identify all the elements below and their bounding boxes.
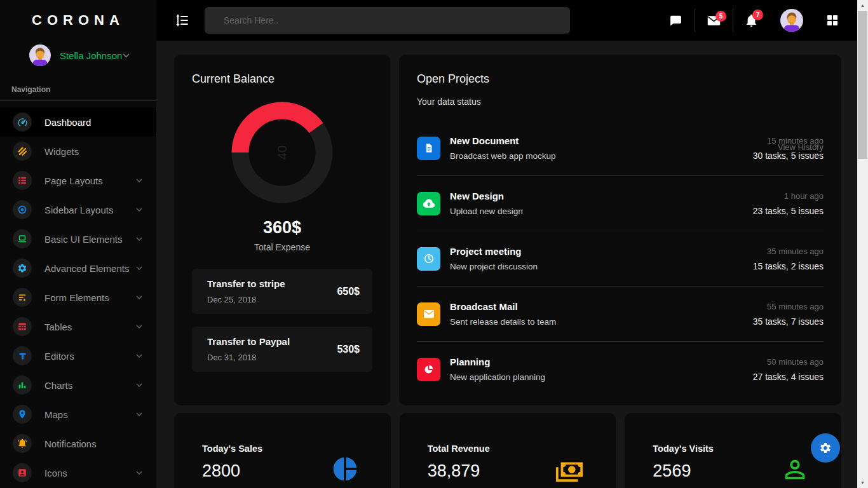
nav-section-label: Navigation (0, 75, 156, 100)
stat-label: Total Revenue (428, 444, 490, 454)
sidebar-item-label: Tables (44, 322, 136, 332)
sidebar-item-label: Charts (44, 380, 136, 391)
transfer-date: Dec 31, 2018 (207, 353, 290, 362)
sidebar-item-sidebar-layouts[interactable]: Sidebar Layouts (0, 195, 156, 224)
sidebar-item-notifications[interactable]: Notifications (0, 429, 156, 458)
stat-value: 38,879 (428, 461, 490, 481)
transfer-title: Transfer to Paypal (207, 336, 290, 347)
chevron-down-icon (136, 208, 142, 212)
current-balance-card: Current Balance 40 360$ Total Expense Tr… (174, 55, 390, 405)
text-icon (18, 351, 27, 361)
search-input[interactable] (215, 15, 560, 25)
stat-value: 2800 (202, 461, 262, 481)
account-box-icon (17, 468, 27, 478)
transfer-amount: 650$ (337, 286, 360, 297)
transfer-item: Transfer to stripe Dec 25, 2018 650$ (192, 269, 372, 314)
project-title: New Document (450, 135, 556, 146)
bar-chart-icon (17, 380, 27, 390)
stat-label: Today's Sales (202, 444, 262, 454)
balance-amount-label: Total Expense (192, 242, 372, 252)
project-meta: 35 tasks, 7 issues (753, 316, 824, 327)
chevron-down-icon (136, 295, 142, 299)
navbar-separator (733, 9, 733, 32)
sidebar-item-form-elements[interactable]: Form Elements (0, 283, 156, 312)
grid-icon (826, 14, 839, 27)
sidebar-item-widgets[interactable]: Widgets (0, 137, 156, 166)
user-avatar (780, 9, 803, 32)
sidebar-item-advanced-elements[interactable]: Advanced Elements (0, 254, 156, 283)
sidebar-nav: Dashboard Widgets Page Layouts Sidebar L… (0, 107, 156, 487)
chat-icon (669, 14, 682, 27)
sidebar-item-label: Icons (44, 468, 136, 478)
sidebar-item-label: Page Layouts (44, 175, 136, 186)
pie-icon (423, 364, 434, 375)
map-pin-icon (17, 409, 27, 419)
sidebar-item-dashboard[interactable]: Dashboard (0, 107, 156, 137)
sidebar-item-tables[interactable]: Tables (0, 312, 156, 341)
total-revenue-card: Total Revenue 38,879 (400, 413, 616, 488)
top-navbar: 5 7 (156, 0, 857, 41)
sidebar-item-label: Sidebar Layouts (44, 205, 136, 215)
transfer-item: Transfer to Paypal Dec 31, 2018 530$ (192, 327, 372, 372)
navbar-actions: 5 7 (669, 9, 839, 32)
stat-value: 2569 (653, 461, 714, 481)
chevron-down-icon (136, 412, 142, 416)
projects-card-title: Open Projects (417, 72, 824, 86)
sidebar-item-editors[interactable]: Editors (0, 341, 156, 370)
project-meta: 27 tasks, 4 issues (753, 372, 824, 382)
chevron-down-icon (136, 383, 142, 387)
scrollbar-up-arrow[interactable]: ▲ (857, 0, 868, 11)
project-row: New Design Upload new design 1 hour ago … (417, 176, 824, 231)
sidebar-toggle-button[interactable] (175, 13, 189, 27)
chevron-down-icon (136, 179, 142, 182)
todays-sales-card: Today's Sales 2800 (174, 413, 391, 488)
table-icon (17, 322, 27, 332)
sidebar-item-page-layouts[interactable]: Page Layouts (0, 166, 156, 195)
project-description: Sent release details to team (450, 317, 556, 327)
sidebar-item-charts[interactable]: Charts (0, 370, 156, 400)
chat-button[interactable] (669, 14, 682, 27)
project-meta: 23 tasks, 5 issues (753, 206, 824, 216)
scrollbar-thumb[interactable] (858, 11, 867, 159)
sidebar-item-basic-ui[interactable]: Basic UI Elements (0, 224, 156, 254)
balance-amount: 360$ (192, 218, 372, 238)
project-time: 55 minutes ago (753, 302, 824, 311)
laptop-icon (17, 234, 27, 244)
project-description: Upload new design (450, 207, 523, 216)
messages-button[interactable]: 5 (707, 15, 721, 26)
notifications-badge: 7 (752, 10, 763, 20)
project-row: Planning New application planning 50 min… (417, 342, 824, 396)
project-time: 50 minutes ago (753, 357, 824, 367)
speedometer-icon (17, 117, 28, 128)
project-description: Broadcast web app mockup (450, 151, 556, 161)
settings-fab-button[interactable] (811, 433, 840, 463)
sidebar-item-label: Editors (44, 351, 136, 362)
navbar-profile-button[interactable] (780, 9, 803, 32)
dashboard-page: CORONA Stella Johnson Navigation Dashboa… (0, 0, 868, 488)
menu-toggle-icon (175, 13, 189, 27)
view-history-link[interactable]: View History (778, 142, 824, 152)
sidebar-divider (0, 100, 156, 101)
bell-icon (17, 438, 27, 449)
sidebar-item-label: Dashboard (44, 117, 156, 128)
transfer-date: Dec 25, 2018 (207, 295, 285, 304)
project-description: New application planning (450, 372, 545, 382)
cloud-upload-icon (423, 197, 435, 210)
project-description: New project discussion (450, 262, 538, 271)
balance-donut-chart: 40 (228, 98, 336, 207)
sidebar-item-icons[interactable]: Icons (0, 458, 156, 487)
chevron-down-icon (123, 53, 130, 58)
chevron-down-icon (136, 471, 142, 475)
profile-menu[interactable]: Stella Johnson (0, 41, 156, 75)
sidebar-item-maps[interactable]: Maps (0, 400, 156, 429)
project-title: Broadcast Mail (450, 301, 556, 312)
user-avatar (29, 44, 51, 66)
apps-grid-button[interactable] (826, 14, 839, 27)
pie-chart-icon (331, 455, 359, 483)
person-icon (780, 455, 810, 484)
scrollbar-down-arrow[interactable]: ▼ (857, 477, 868, 488)
page-layouts-icon (17, 175, 27, 186)
notifications-button[interactable]: 7 (745, 14, 757, 27)
transfer-list: Transfer to stripe Dec 25, 2018 650$ Tra… (192, 269, 372, 372)
project-title: Project meeting (450, 246, 538, 257)
